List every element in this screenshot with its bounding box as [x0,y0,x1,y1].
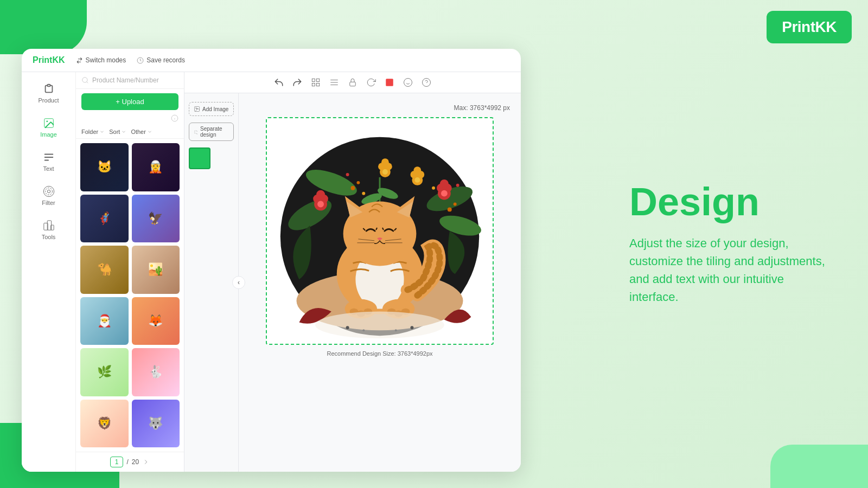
svg-point-26 [423,79,431,87]
svg-rect-21 [350,82,356,86]
image-icon [43,117,55,129]
text-icon [43,151,55,163]
svg-point-63 [432,187,435,190]
sidebar-item-product[interactable]: Product [27,78,71,109]
add-image-label: Add Image [202,106,228,112]
folder-label: Folder [81,129,98,135]
separate-design-label: Separate design [200,126,229,138]
layers-icon [385,78,394,87]
svg-point-94 [410,326,413,329]
help-icon [422,78,431,87]
image-thumb-10[interactable]: 🐇 [132,348,180,396]
canvas-top-bar: Max: 3763*4992 px [250,104,510,112]
save-records-btn[interactable]: Save records [137,56,185,64]
svg-rect-15 [317,79,320,81]
image-thumb-7[interactable]: 🎅 [80,297,129,345]
add-image-btn[interactable]: Add Image [189,102,234,116]
svg-point-29 [196,108,197,109]
design-canvas[interactable] [266,117,494,345]
recommend-size-label: Recommend Design Size: 3763*4992px [327,350,432,357]
sidebar-item-filter[interactable]: Filter [27,180,71,211]
svg-point-41 [316,190,325,199]
svg-point-60 [448,207,452,211]
separate-icon [194,129,198,135]
app-window: PrintKK Switch modes Save records Produc… [22,49,521,472]
image-thumb-2[interactable]: 🧝 [132,143,180,191]
svg-point-93 [346,326,349,329]
image-thumb-1[interactable]: 🐱 [80,143,129,191]
sidebar-item-filter-label: Filter [42,200,55,206]
page-separator: / [126,458,128,466]
image-thumb-9[interactable]: 🌿 [80,348,129,396]
svg-point-61 [454,203,457,206]
image-thumb-12[interactable]: 🐺 [132,400,180,448]
canvas-bottom: Recommend Design Size: 3763*4992px [327,350,432,357]
grid-btn[interactable] [311,78,321,87]
product-icon [43,83,55,95]
svg-point-64 [346,173,349,176]
image-thumb-6[interactable]: 🏜️ [132,246,180,294]
title-bar-actions: Switch modes Save records [76,56,185,64]
lock-icon [348,78,358,87]
search-bar [76,72,184,89]
svg-point-23 [404,79,412,87]
clock-icon [137,57,144,64]
add-image-icon [194,106,200,112]
svg-point-96 [395,329,397,331]
sidebar-item-tools[interactable]: Tools [27,214,71,246]
emoji-icon [403,78,413,87]
info-icon [171,114,178,122]
search-icon [81,76,89,84]
refresh-btn[interactable] [366,78,376,87]
redo-btn[interactable] [292,78,302,87]
sort-label: Sort [109,129,120,135]
lock-btn[interactable] [348,78,358,87]
separate-design-btn[interactable]: Separate design [189,123,234,141]
image-thumb-3[interactable]: 🦸 [80,195,129,243]
switch-modes-btn[interactable]: Switch modes [76,56,126,64]
svg-line-10 [87,82,88,84]
emoji-btn[interactable] [403,78,413,87]
other-dropdown[interactable]: Other [131,129,152,135]
svg-point-42 [317,201,324,208]
sidebar-item-tools-label: Tools [42,234,56,240]
pagination: 1 / 20 [76,452,184,472]
corner-decoration-br [770,445,868,488]
sidebar-item-text[interactable]: Text [27,146,71,177]
design-thumbnail[interactable] [189,147,210,169]
design-description: Adjust the size of your design, customiz… [629,234,835,306]
help-btn[interactable] [422,78,431,87]
max-size-label: Max: 3763*4992 px [454,104,510,112]
layers-btn[interactable] [385,78,394,87]
image-thumb-5[interactable]: 🐪 [80,246,129,294]
folder-bar: Folder Sort Other [76,125,184,139]
image-thumb-4[interactable]: 🦅 [132,195,180,243]
svg-point-62 [362,192,365,195]
svg-point-47 [441,190,448,197]
canvas-nav-left[interactable]: ‹ [232,276,245,289]
folder-chevron-icon [99,129,105,134]
image-thumb-8[interactable]: 🦊 [132,297,180,345]
sidebar: Product Image Text Filter Tools [22,72,76,472]
sort-dropdown[interactable]: Sort [109,129,126,135]
corner-decoration-tl [0,0,87,54]
svg-point-4 [45,188,52,195]
folder-dropdown[interactable]: Folder [81,129,105,135]
switch-modes-label: Switch modes [86,56,126,64]
canvas-main: Max: 3763*4992 px [239,93,521,472]
svg-rect-16 [312,84,315,86]
svg-point-56 [413,166,421,174]
image-grid: 🐱 🧝 🦸 🦅 🐪 🏜️ 🎅 [76,139,184,452]
title-bar: PrintKK Switch modes Save records [22,49,521,72]
sidebar-item-image[interactable]: Image [27,112,71,143]
top-right-logo: PrintKK [767,11,852,43]
align-btn[interactable] [329,78,339,87]
svg-point-51 [381,158,389,166]
svg-point-65 [456,184,459,187]
search-input[interactable] [92,76,178,84]
upload-button[interactable]: + Upload [81,93,178,110]
undo-btn[interactable] [274,78,284,87]
image-thumb-11[interactable]: 🦁 [80,400,129,448]
next-page-btn[interactable] [142,458,150,466]
canvas-toolbar [184,72,521,93]
